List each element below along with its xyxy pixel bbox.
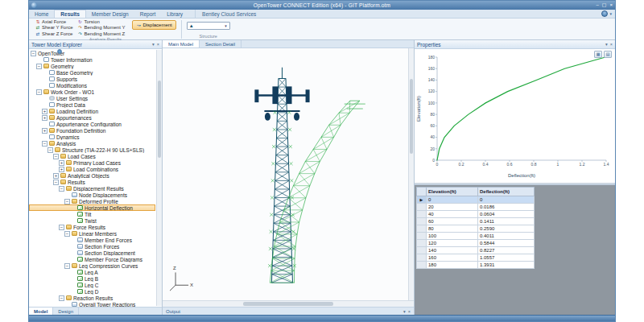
tree-item-deformed-profile[interactable]: −Deformed Profile bbox=[29, 198, 155, 204]
table-cell[interactable]: 20 bbox=[427, 204, 478, 211]
canvas-vertical-scrollbar[interactable] bbox=[408, 48, 414, 300]
panel-close-icon[interactable]: × bbox=[610, 42, 613, 47]
row-header[interactable] bbox=[417, 218, 427, 225]
tree-item-modifications[interactable]: Modifications bbox=[29, 82, 155, 89]
collapse-toggle-icon[interactable]: − bbox=[36, 64, 42, 69]
tree-item-member-force-diagrams[interactable]: Member Force Diagrams bbox=[29, 256, 155, 262]
output-bar[interactable]: Output ▾ × bbox=[163, 307, 414, 315]
collapse-toggle-icon[interactable]: − bbox=[36, 89, 42, 95]
scrollbar-thumb[interactable] bbox=[158, 80, 161, 157]
chart-table-icon[interactable]: ▤ bbox=[604, 51, 612, 58]
ribbon-tab-report[interactable]: Report bbox=[134, 10, 162, 18]
ribbon-item-axial-force[interactable]: ⇅Axial Force bbox=[35, 19, 73, 24]
tree-item-primary-load-cases[interactable]: +Primary Load Cases bbox=[29, 159, 155, 166]
tree-item-overall-tower-reactions[interactable]: Overall Tower Reactions bbox=[29, 301, 155, 307]
tree-item-displacement-results[interactable]: −Displacement Results bbox=[29, 185, 155, 192]
table-row[interactable]: ▶00 bbox=[417, 196, 535, 204]
tree-item-reaction-results[interactable]: −Reaction Results bbox=[29, 295, 155, 301]
tree-item-force-results[interactable]: −Force Results bbox=[29, 224, 155, 230]
maximize-button[interactable]: ▢ bbox=[602, 2, 607, 8]
expand-toggle-icon[interactable]: + bbox=[42, 115, 47, 121]
panel-close-icon[interactable]: × bbox=[157, 42, 159, 47]
cloud-services-label[interactable]: Bentley Cloud Services bbox=[195, 10, 262, 18]
output-collapse-icon[interactable]: ▾ bbox=[403, 309, 406, 314]
expand-toggle-icon[interactable]: + bbox=[59, 167, 64, 172]
expand-toggle-icon[interactable]: + bbox=[59, 160, 64, 166]
expand-toggle-icon[interactable]: + bbox=[53, 173, 59, 179]
bottom-tab-design[interactable]: Design bbox=[53, 308, 79, 315]
scrollbar-thumb[interactable] bbox=[410, 79, 413, 155]
table-cell[interactable]: 60 bbox=[427, 218, 478, 225]
minimize-button[interactable]: – bbox=[596, 2, 598, 8]
ribbon-tab-home[interactable]: Home bbox=[29, 10, 54, 18]
table-cell[interactable]: 0.1411 bbox=[478, 218, 535, 225]
ribbon-tab-library[interactable]: Library bbox=[161, 10, 188, 18]
tree-item-leg-d[interactable]: Leg D bbox=[29, 288, 155, 295]
ribbon-item-bending-moment-y[interactable]: ↷Bending Moment Y bbox=[76, 25, 126, 30]
table-cell[interactable]: 120 bbox=[427, 240, 478, 247]
tree-item-results[interactable]: −Results bbox=[29, 179, 155, 185]
panel-collapse-icon[interactable]: ▾ bbox=[605, 42, 608, 47]
canvas-horizontal-scrollbar[interactable] bbox=[163, 301, 414, 307]
chart-view-icon[interactable]: ▦ bbox=[594, 51, 602, 58]
tree-item-project-data[interactable]: Project Data bbox=[29, 101, 155, 108]
bottom-tab-model[interactable]: Model bbox=[29, 308, 53, 315]
row-header[interactable] bbox=[417, 262, 427, 269]
tree-item-geometry[interactable]: −Geometry bbox=[29, 63, 155, 69]
ribbon-item-shear-y-force[interactable]: ⇄Shear Y Force bbox=[35, 25, 73, 30]
table-row[interactable]: 400.0604 bbox=[417, 211, 535, 218]
table-cell[interactable]: 160 bbox=[427, 254, 478, 262]
model-canvas[interactable]: ZX bbox=[163, 48, 414, 301]
explorer-scrollbar[interactable] bbox=[156, 50, 162, 306]
structure-dropdown[interactable]: ▲ ▼ bbox=[187, 22, 230, 30]
tree-item-leg-compression-curves[interactable]: −Leg Compression Curves bbox=[29, 262, 155, 269]
tree-item-tilt[interactable]: Tilt bbox=[29, 211, 155, 217]
tree-item-member-end-forces[interactable]: Member End Forces bbox=[29, 237, 155, 243]
tree-item-leg-b[interactable]: Leg B bbox=[29, 275, 155, 282]
tree-item-node-displacements[interactable]: Node Displacements bbox=[29, 192, 155, 198]
row-header[interactable] bbox=[417, 211, 427, 218]
table-cell[interactable]: 180 bbox=[427, 262, 478, 269]
tree-item-base-geometry[interactable]: Base Geometry bbox=[29, 69, 155, 76]
ribbon-item-torsion[interactable]: ↻Torsion bbox=[76, 19, 126, 24]
tree-item-section-displacement[interactable]: Section Displacement bbox=[29, 250, 155, 256]
close-button[interactable]: × bbox=[609, 2, 613, 8]
chevron-down-icon[interactable]: ▾ bbox=[609, 11, 612, 16]
tree-item-linear-members[interactable]: −Linear Members bbox=[29, 230, 155, 237]
table-cell[interactable]: 80 bbox=[427, 225, 478, 233]
tree-item-load-combinations[interactable]: +Load Combinations bbox=[29, 166, 155, 172]
table-cell[interactable]: 0.8227 bbox=[478, 247, 535, 254]
table-cell[interactable]: 1.0557 bbox=[478, 254, 535, 262]
table-row[interactable]: 1601.0557 bbox=[417, 254, 535, 262]
table-cell[interactable]: 40 bbox=[427, 211, 478, 218]
tree-item-structure-tia-222-h-90-uls-sls[interactable]: −Structure (TIA-222-H 90 ULS+SLS) bbox=[29, 147, 155, 153]
tree-item-section-forces[interactable]: Section Forces bbox=[29, 243, 155, 250]
tree-item-appurtenance-configuration[interactable]: Appurtenance Configuration bbox=[29, 121, 155, 127]
tree-item-user-settings[interactable]: User Settings bbox=[29, 95, 155, 101]
table-cell[interactable]: 100 bbox=[427, 233, 478, 240]
table-cell[interactable]: 0.2590 bbox=[478, 225, 535, 233]
ribbon-tab-member-design[interactable]: Member Design bbox=[86, 10, 134, 18]
document-tab-section-detail[interactable]: Section Detail bbox=[200, 40, 242, 47]
table-row[interactable]: 600.1411 bbox=[417, 218, 535, 225]
tree-item-leg-a[interactable]: Leg A bbox=[29, 269, 155, 275]
expand-toggle-icon[interactable]: + bbox=[42, 128, 47, 134]
tree-item-opentower[interactable]: −OpenTower bbox=[29, 50, 155, 56]
tree-item-appurtenances[interactable]: +Appurtenances bbox=[29, 114, 155, 121]
displacement-button[interactable]: ↝ Displacement bbox=[132, 20, 175, 30]
ribbon-tab-results[interactable]: Results bbox=[54, 10, 85, 18]
table-cell[interactable]: 0 bbox=[478, 196, 535, 204]
table-cell[interactable]: 0.4011 bbox=[478, 233, 535, 240]
row-header[interactable] bbox=[417, 233, 427, 240]
tree-item-analytical-objects[interactable]: +Analytical Objects bbox=[29, 172, 155, 179]
table-row[interactable]: 800.2590 bbox=[417, 225, 535, 233]
tree-item-horizontal-deflection[interactable]: Horizontal Deflection bbox=[29, 204, 155, 211]
tree-item-analysis[interactable]: −Analysis bbox=[29, 140, 155, 147]
collapse-toggle-icon[interactable]: − bbox=[31, 51, 36, 56]
table-cell[interactable]: 1.3931 bbox=[478, 262, 535, 269]
scrollbar-thumb[interactable] bbox=[243, 302, 333, 306]
tree-item-dynamics[interactable]: Dynamics bbox=[29, 134, 155, 140]
collapse-toggle-icon[interactable]: − bbox=[59, 225, 64, 230]
document-tab-main-model[interactable]: Main Model bbox=[163, 40, 200, 47]
table-cell[interactable]: 140 bbox=[427, 247, 478, 254]
